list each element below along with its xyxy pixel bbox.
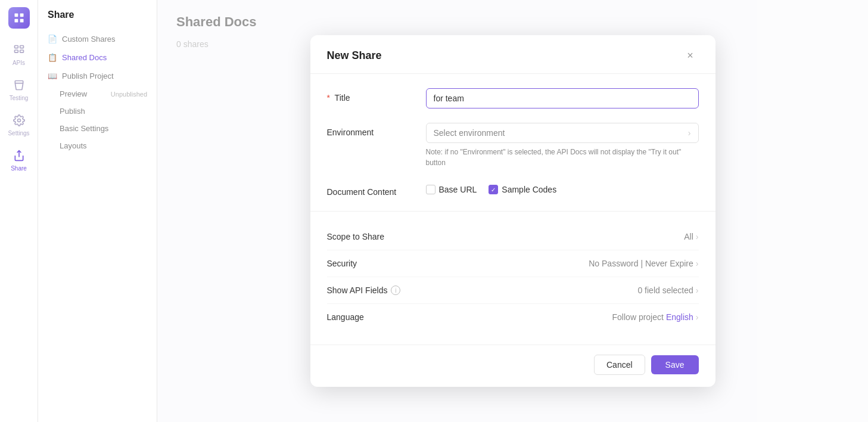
shared-docs-icon: 📋: [48, 53, 57, 62]
cancel-button[interactable]: Cancel: [594, 355, 645, 375]
save-button[interactable]: Save: [651, 355, 699, 374]
sidebar-item-apis[interactable]: APIs: [0, 38, 38, 71]
language-label: Language: [327, 312, 364, 322]
base-url-label: Base URL: [439, 185, 477, 194]
required-mark: *: [327, 93, 330, 103]
security-value: No Password | Never Expire ›: [589, 259, 698, 268]
environment-form-row: Environment Select environment › Note: i…: [327, 123, 699, 168]
nav-sub-item-layouts-label: Layouts: [60, 141, 87, 150]
nav-item-custom-shares[interactable]: 📄 Custom Shares: [38, 30, 157, 48]
publish-project-icon: 📖: [48, 72, 57, 80]
nav-sub-item-layouts[interactable]: Layouts: [38, 137, 157, 154]
modal-header: New Share ×: [310, 35, 715, 74]
language-english: English: [666, 312, 693, 322]
checkbox-group: Base URL Sample Codes: [426, 182, 699, 194]
scope-to-share-row[interactable]: Scope to Share All ›: [327, 224, 699, 250]
modal-footer: Cancel Save: [310, 345, 715, 387]
nav-sub-item-publish-label: Publish: [60, 107, 85, 116]
sample-codes-checkbox-item[interactable]: Sample Codes: [489, 185, 556, 194]
security-label: Security: [327, 259, 357, 268]
sidebar-item-share-label: Share: [11, 165, 27, 172]
security-chevron-icon: ›: [696, 259, 699, 268]
security-row[interactable]: Security No Password | Never Expire ›: [327, 250, 699, 277]
title-form-row: * Title: [327, 88, 699, 108]
main-content: Shared Docs 0 shares New Share × * Title: [157, 0, 868, 422]
close-button[interactable]: ×: [682, 47, 699, 64]
sidebar-item-testing[interactable]: Testing: [0, 73, 38, 106]
svg-rect-3: [20, 19, 23, 23]
apis-icon: [12, 43, 26, 57]
environment-label: Environment: [327, 123, 416, 137]
language-chevron-icon: ›: [696, 312, 699, 322]
svg-rect-6: [14, 50, 18, 52]
nav-sub-item-publish[interactable]: Publish: [38, 103, 157, 120]
environment-placeholder: Select environment: [434, 128, 505, 138]
sidebar-item-share[interactable]: Share: [0, 144, 38, 176]
settings-icon: [12, 113, 26, 128]
document-content-field: Base URL Sample Codes: [426, 182, 699, 194]
scope-to-share-value: All ›: [684, 232, 698, 241]
api-fields-chevron-icon: ›: [696, 286, 699, 295]
sidebar-item-apis-label: APIs: [13, 60, 25, 66]
modal-overlay: New Share × * Title Environment: [157, 0, 868, 422]
sample-codes-checkbox[interactable]: [489, 185, 498, 194]
custom-shares-icon: 📄: [48, 35, 57, 44]
new-share-modal: New Share × * Title Environment: [310, 35, 715, 387]
chevron-right-icon: ›: [688, 128, 691, 138]
divider: [310, 211, 715, 212]
nav-item-publish-project[interactable]: 📖 Publish Project: [38, 67, 157, 85]
preview-badge: Unpublished: [111, 91, 147, 98]
svg-rect-4: [14, 46, 18, 48]
svg-point-8: [17, 119, 20, 122]
show-api-fields-label: Show API Fields i: [327, 286, 401, 295]
sidebar: APIs Testing Settings Share: [0, 0, 38, 422]
nav-sub-item-basic-settings[interactable]: Basic Settings: [38, 120, 157, 137]
svg-rect-0: [14, 14, 18, 17]
nav-item-publish-project-label: Publish Project: [62, 72, 114, 80]
title-field: [426, 88, 699, 108]
environment-field: Select environment › Note: if no "Enviro…: [426, 123, 699, 168]
document-content-form-row: Document Content Base URL Sample Codes: [327, 182, 699, 197]
nav-item-shared-docs-label: Shared Docs: [62, 53, 107, 62]
nav-panel: Share 📄 Custom Shares 📋 Shared Docs 📖 Pu…: [38, 0, 157, 422]
environment-note: Note: if no "Environment" is selected, t…: [426, 147, 699, 168]
environment-select[interactable]: Select environment ›: [426, 123, 699, 143]
modal-title: New Share: [327, 49, 382, 62]
language-prefix: Follow project: [612, 312, 664, 322]
nav-item-shared-docs[interactable]: 📋 Shared Docs: [38, 48, 157, 67]
language-row[interactable]: Language Follow project English ›: [327, 304, 699, 330]
language-value: Follow project English ›: [612, 312, 699, 322]
scope-chevron-icon: ›: [696, 232, 699, 241]
show-api-fields-value: 0 field selected ›: [637, 286, 698, 295]
svg-rect-1: [20, 14, 23, 17]
sidebar-item-testing-label: Testing: [10, 95, 29, 101]
nav-panel-title: Share: [38, 10, 157, 30]
nav-sub-item-preview[interactable]: Preview Unpublished: [38, 85, 157, 103]
sample-codes-label: Sample Codes: [502, 185, 556, 194]
svg-rect-2: [14, 19, 18, 23]
nav-sub-item-preview-label: Preview: [60, 89, 87, 98]
nav-sub-item-basic-settings-label: Basic Settings: [60, 124, 108, 133]
info-icon: i: [391, 286, 400, 295]
svg-rect-5: [20, 46, 23, 48]
base-url-checkbox[interactable]: [426, 185, 435, 194]
modal-body: * Title Environment Select environment ›: [310, 74, 715, 345]
app-logo: [8, 7, 30, 29]
show-api-fields-row[interactable]: Show API Fields i 0 field selected ›: [327, 277, 699, 304]
sidebar-item-settings-label: Settings: [8, 130, 29, 136]
title-input[interactable]: [426, 88, 699, 108]
document-content-label: Document Content: [327, 182, 416, 197]
title-label: * Title: [327, 88, 416, 103]
nav-item-custom-shares-label: Custom Shares: [62, 35, 116, 44]
share-icon: [12, 148, 26, 163]
base-url-checkbox-item[interactable]: Base URL: [426, 185, 477, 194]
svg-rect-7: [20, 50, 23, 52]
sidebar-item-settings[interactable]: Settings: [0, 108, 38, 141]
scope-to-share-label: Scope to Share: [327, 232, 385, 241]
testing-icon: [12, 78, 26, 92]
